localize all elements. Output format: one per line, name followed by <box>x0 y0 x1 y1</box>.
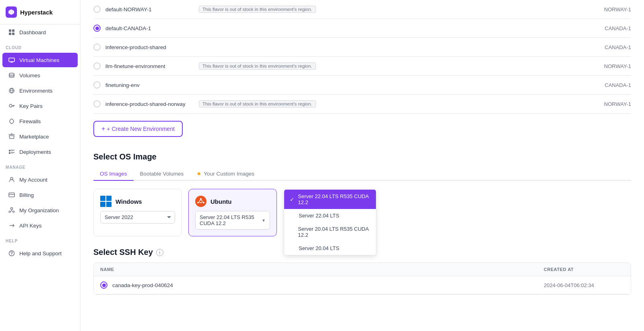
ubuntu-option-label: Server 22.04 LTS <box>299 213 339 219</box>
svg-point-25 <box>197 202 199 203</box>
sidebar-item-dashboard[interactable]: Dashboard <box>2 25 78 39</box>
os-card-ubuntu-header: Ubuntu <box>195 196 270 207</box>
sidebar-item-key-pairs[interactable]: Key Pairs <box>2 99 78 113</box>
tab-os-images-label: OS Images <box>100 171 127 177</box>
sidebar-item-help[interactable]: Help and Support <box>2 246 78 261</box>
sidebar-item-firewalls[interactable]: Firewalls <box>2 114 78 128</box>
os-card-windows[interactable]: Windows Server 2022 <box>93 189 182 236</box>
svg-rect-12 <box>11 151 13 151</box>
env-name: finetuning-env <box>105 82 194 88</box>
volumes-icon <box>8 72 15 79</box>
star-icon: ★ <box>196 170 202 177</box>
svg-rect-14 <box>11 152 14 153</box>
os-card-ubuntu-name: Ubuntu <box>211 198 231 205</box>
ssh-radio[interactable] <box>100 281 107 289</box>
svg-point-26 <box>203 202 204 203</box>
sidebar-item-environments[interactable]: Environments <box>2 83 78 98</box>
sidebar-item-label: API Keys <box>19 223 42 229</box>
env-name: default-NORWAY-1 <box>105 6 194 12</box>
sidebar-item-virtual-machines[interactable]: Virtual Machines <box>2 53 78 67</box>
sidebar-item-label: Marketplace <box>19 134 49 140</box>
env-row[interactable]: default-CANADA-1 CANADA-1 <box>93 19 631 38</box>
environment-list: default-NORWAY-1 This flavor is out of s… <box>93 0 631 114</box>
sidebar-item-billing[interactable]: Billing <box>2 188 78 202</box>
svg-point-9 <box>9 104 12 107</box>
env-radio[interactable] <box>93 81 101 89</box>
api-icon <box>8 222 15 229</box>
sidebar-item-label: Volumes <box>19 72 40 79</box>
windows-version-select[interactable]: Server 2022 <box>100 211 175 223</box>
svg-point-24 <box>200 198 202 200</box>
ubuntu-option-1[interactable]: ✓ Server 22.04 LTS R535 CUDA 12.2 <box>284 190 376 209</box>
ubuntu-version-display[interactable]: Server 22.04 LTS R535 CUDA 12.2 ▼ <box>195 211 270 230</box>
env-radio[interactable] <box>93 25 101 32</box>
sidebar-item-label: Deployments <box>19 149 51 155</box>
sidebar-item-api-keys[interactable]: API Keys <box>2 218 78 233</box>
ssh-key-date: 2024-06-04T06:02:34 <box>544 282 624 288</box>
svg-point-19 <box>9 211 10 213</box>
sidebar-item-deployments[interactable]: Deployments <box>2 145 78 159</box>
sidebar-item-account[interactable]: My Account <box>2 172 78 187</box>
svg-marker-0 <box>8 9 14 15</box>
ubuntu-option-4[interactable]: Server 20.04 LTS <box>284 242 376 255</box>
svg-rect-5 <box>9 58 14 62</box>
sidebar-item-label: My Account <box>19 177 47 183</box>
sidebar-item-marketplace[interactable]: Marketplace <box>2 129 78 144</box>
os-card-ubuntu[interactable]: Ubuntu Server 22.04 LTS R535 CUDA 12.2 ▼… <box>188 189 277 236</box>
env-row[interactable]: inference-product-shared CANADA-1 <box>93 38 631 57</box>
svg-rect-2 <box>12 29 14 32</box>
ssh-key-row[interactable]: canada-key-prod-040624 2024-06-04T06:02:… <box>94 276 631 294</box>
create-environment-button[interactable]: + + Create New Environment <box>93 121 183 137</box>
ssh-info-icon[interactable]: i <box>156 249 163 256</box>
svg-point-18 <box>11 208 13 210</box>
env-row[interactable]: default-NORWAY-1 This flavor is out of s… <box>93 0 631 19</box>
windows-logo <box>100 196 111 207</box>
tab-bootable-volumes-label: Bootable Volumes <box>140 171 184 177</box>
env-radio[interactable] <box>93 43 101 51</box>
sidebar-item-label: Billing <box>19 192 34 198</box>
env-row[interactable]: llm-finetune-environment This flavor is … <box>93 57 631 76</box>
chevron-down-icon: ▼ <box>262 218 266 223</box>
env-badge: This flavor is out of stock in this envi… <box>199 6 316 13</box>
tab-custom-images[interactable]: ★ Your Custom Images <box>190 167 261 181</box>
os-tabs: OS Images Bootable Volumes ★ Your Custom… <box>93 167 631 181</box>
env-name: inference-product-shared <box>105 44 194 50</box>
sidebar-item-label: Firewalls <box>19 118 41 124</box>
sidebar-item-label: Environments <box>19 88 53 94</box>
ubuntu-option-3[interactable]: Server 20.04 LTS R535 CUDA 12.2 <box>284 222 376 242</box>
os-cards-container: Windows Server 2022 <box>93 189 631 236</box>
vm-icon <box>8 56 15 64</box>
sidebar-item-organization[interactable]: My Organization <box>2 203 78 217</box>
ubuntu-option-label: Server 22.04 LTS R535 CUDA 12.2 <box>298 193 370 205</box>
env-badge: This flavor is out of stock in this envi… <box>199 100 316 108</box>
svg-rect-3 <box>9 33 11 35</box>
env-row[interactable]: finetuning-env CANADA-1 <box>93 76 631 95</box>
sidebar-item-label: Key Pairs <box>19 103 43 109</box>
env-radio[interactable] <box>93 100 101 108</box>
help-icon <box>8 250 15 257</box>
sidebar-item-volumes[interactable]: Volumes <box>2 68 78 83</box>
svg-point-7 <box>9 73 14 75</box>
manage-section-label: Manage <box>0 159 80 172</box>
env-name: llm-finetune-environment <box>105 63 194 69</box>
env-region: NORWAY-1 <box>604 63 631 69</box>
env-region: CANADA-1 <box>605 25 631 31</box>
env-radio[interactable] <box>93 6 101 13</box>
svg-rect-6 <box>10 62 13 63</box>
env-radio[interactable] <box>93 62 101 70</box>
svg-rect-11 <box>11 150 14 151</box>
sidebar-item-label: Virtual Machines <box>19 57 60 63</box>
ubuntu-option-label: Server 20.04 LTS <box>299 245 339 251</box>
tab-os-images[interactable]: OS Images <box>93 167 134 181</box>
svg-point-20 <box>13 211 14 213</box>
env-region: CANADA-1 <box>605 44 631 50</box>
env-row[interactable]: inference-product-shared-norway This fla… <box>93 95 631 114</box>
sidebar-item-label: Help and Support <box>19 250 62 257</box>
svg-rect-15 <box>11 153 13 154</box>
ubuntu-dropdown-menu: ✓ Server 22.04 LTS R535 CUDA 12.2 Server… <box>284 189 376 255</box>
ubuntu-option-2[interactable]: Server 22.04 LTS <box>284 209 376 222</box>
environments-icon <box>8 87 15 94</box>
org-icon <box>8 207 15 214</box>
ubuntu-selected-value: Server 22.04 LTS R535 CUDA 12.2 <box>200 214 262 226</box>
tab-bootable-volumes[interactable]: Bootable Volumes <box>134 167 190 181</box>
